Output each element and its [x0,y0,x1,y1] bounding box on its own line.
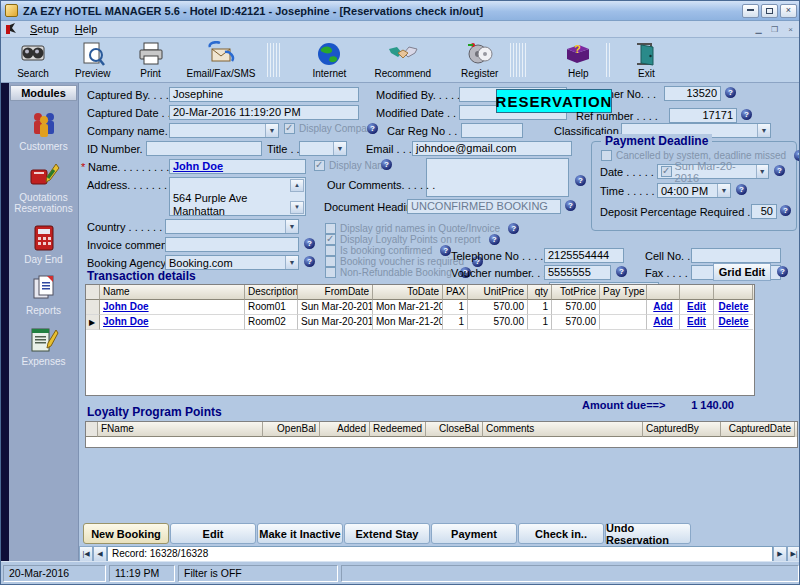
our-comments-field[interactable] [426,158,569,197]
dropdown-arrow-icon: ▼ [717,184,730,197]
edit-link[interactable]: Edit [687,301,706,312]
search-icon [19,41,47,67]
guest-name-link[interactable]: John Doe [103,316,149,327]
add-link[interactable]: Add [653,316,672,327]
deposit-percentage-field[interactable]: 50 [751,204,777,219]
help-icon[interactable] [367,123,378,134]
help-icon[interactable] [616,266,627,277]
mdi-close-button[interactable]: × [784,24,797,35]
email-field[interactable]: johndoe@gmail.com [412,141,572,156]
email-fax-sms-button[interactable]: Email/Fax/SMS [181,39,262,81]
check-in-button[interactable]: Check in.. [518,523,604,544]
undo-reservation-button[interactable]: Undo Reservation [605,523,691,544]
sidebar-item-expenses[interactable]: Expenses [9,325,78,367]
menu-item-setup[interactable]: Setup [23,22,66,36]
delete-link[interactable]: Delete [718,316,748,327]
col-openbal: OpenBal [263,422,320,437]
help-icon[interactable] [575,175,586,186]
help-icon[interactable] [741,109,752,120]
display-grid-names-checkbox[interactable]: Dipslay grid names in Quote/Invoice [325,223,519,234]
restore-button[interactable] [761,4,778,18]
help-icon[interactable] [508,223,519,234]
prev-record-button[interactable]: ◀ [93,546,107,562]
mdi-restore-button[interactable]: ❒ [768,24,781,35]
non-refundable-booking-checkbox[interactable]: Non-Refundable Booking [325,267,471,278]
help-icon[interactable] [777,266,788,277]
row-selector[interactable] [86,300,100,315]
edit-link[interactable]: Edit [687,316,706,327]
add-link[interactable]: Add [653,301,672,312]
internet-button[interactable]: Internet [306,39,352,81]
deadline-date-dropdown[interactable]: Sun Mar-20-2016 ▼ [657,164,769,179]
extend-stay-button[interactable]: Extend Stay [344,523,430,544]
display-name-checkbox[interactable]: Display Name [314,160,391,171]
make-it-inactive-button[interactable]: Make it Inactive [257,523,343,544]
help-icon[interactable] [780,205,791,216]
delete-link[interactable]: Delete [718,301,748,312]
new-booking-button[interactable]: New Booking [83,523,169,544]
captured-by-field[interactable]: Josephine [169,87,359,102]
help-icon[interactable] [381,159,392,170]
table-row[interactable]: ▶ John Doe Room02 Sun Mar-20-2016 Mon Ma… [86,315,754,330]
sidebar-item-quotations-reservations[interactable]: Quotations Reservations [9,161,78,214]
is-booking-confirmed-checkbox[interactable]: Is booking confirmed [325,245,451,256]
telephone-no-field[interactable]: 2125554444 [544,248,624,263]
mdi-minimize-button[interactable]: ▁ [752,24,765,35]
display-company-checkbox[interactable]: Display Company [284,123,377,134]
recommend-button[interactable]: Recommend [368,39,437,81]
address-scrollbar[interactable]: ▲ ▼ [290,179,304,214]
cell-no-field[interactable] [691,248,781,263]
grid-edit-button[interactable]: Grid Edit [713,263,771,281]
sidebar-item-day-end[interactable]: Day End [9,223,78,265]
customer-no-field[interactable]: 13520 [664,86,721,101]
invoice-comments-field[interactable] [165,237,299,252]
name-field[interactable]: John Doe [169,159,306,174]
minimize-button[interactable] [742,4,759,18]
scroll-down-icon[interactable]: ▼ [290,201,304,214]
country-dropdown[interactable]: ▼ [165,219,299,234]
sidebar-dark-strip [1,83,9,561]
required-mark: * [81,161,85,173]
display-loyalty-points-checkbox[interactable]: Display Loyalty Points on report [325,234,500,245]
next-record-button[interactable]: ▶ [773,546,787,562]
car-reg-no-field[interactable] [461,123,523,138]
deadline-time-dropdown[interactable]: 04:00 PM ▼ [657,183,731,198]
close-button[interactable]: × [780,4,797,18]
sidebar-item-reports[interactable]: Reports [9,274,78,316]
last-record-button[interactable]: ▶| [787,546,800,562]
help-icon[interactable] [794,150,800,161]
document-heading-field[interactable]: UNCONFIRMED BOOKING [407,199,561,214]
company-name-dropdown[interactable]: ▼ [169,123,279,138]
help-icon[interactable] [440,245,451,256]
help-icon[interactable] [304,238,315,249]
guest-name-link[interactable]: John Doe [103,301,149,312]
menu-item-help[interactable]: Help [68,22,105,36]
print-button[interactable]: Print [129,39,173,81]
id-number-field[interactable] [146,141,262,156]
ref-number-field[interactable]: 17171 [669,108,737,123]
help-icon[interactable] [304,256,315,267]
captured-date-field[interactable]: 20-Mar-2016 11:19:20 PM [169,105,359,120]
payment-button[interactable]: Payment [431,523,517,544]
address-field[interactable]: 564 Purple Ave Manhattan New York ▲ ▼ [169,177,306,216]
voucher-number-field[interactable]: 5555555 [544,265,611,280]
help-icon[interactable] [489,234,500,245]
row-selector[interactable]: ▶ [86,315,100,330]
help-button[interactable]: ? Help [556,39,600,81]
sidebar-item-customers[interactable]: Customers [9,110,78,152]
edit-button[interactable]: Edit [170,523,256,544]
scroll-up-icon[interactable]: ▲ [290,179,304,192]
modules-header[interactable]: Modules [10,85,77,101]
preview-button[interactable]: Preview [69,39,117,81]
table-row[interactable]: John Doe Room01 Sun Mar-20-2016 Mon Mar-… [86,300,754,315]
booking-agency-dropdown[interactable]: Booking.com ▼ [165,255,299,270]
help-icon[interactable] [736,184,747,195]
first-record-button[interactable]: |◀ [79,546,93,562]
help-icon[interactable] [725,87,736,98]
help-icon[interactable] [565,200,576,211]
help-icon[interactable] [774,165,785,176]
search-button[interactable]: Search [11,39,55,81]
register-button[interactable]: Register [455,39,504,81]
exit-button[interactable]: Exit [624,39,668,81]
title-dropdown[interactable]: ▼ [299,141,347,156]
